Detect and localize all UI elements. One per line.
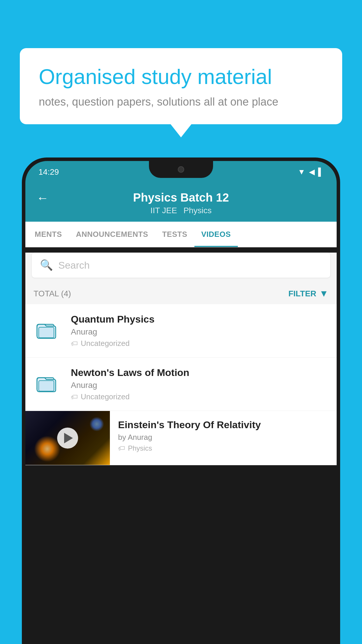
video-tag-label: Uncategorized [81,392,130,401]
tabs-bar: MENTS ANNOUNCEMENTS TESTS VIDEOS [25,222,337,247]
notch [149,161,213,178]
video-author: Anurag [71,381,328,390]
video-title: Einstein's Theory Of Relativity [118,419,328,430]
video-info: Quantum Physics Anurag 🏷 Uncategorized [71,314,328,348]
play-triangle-icon [64,433,73,443]
wifi-icon: ▼ [298,167,305,176]
list-item[interactable]: Newton's Laws of Motion Anurag 🏷 Uncateg… [25,358,337,411]
tab-videos[interactable]: VIDEOS [194,222,238,247]
phone-frame: 14:29 ▼ ◀ ▌ ← Physics Batch 12 IIT JEE P… [22,158,340,644]
video-tag: 🏷 Physics [118,444,328,452]
search-icon: 🔍 [40,259,53,271]
camera-dot [178,166,184,173]
folder-icon [34,316,63,345]
speech-bubble-container: Organised study material notes, question… [20,48,342,124]
folder-icon [34,370,63,399]
video-author: by Anurag [118,433,328,442]
video-thumbnail [25,411,110,465]
bubble-title: Organised study material [39,64,323,89]
video-tag: 🏷 Uncategorized [71,392,328,401]
content-area: 🔍 Search TOTAL (4) FILTER ▼ [25,253,337,465]
video-title: Quantum Physics [71,314,328,325]
filter-label: FILTER [288,289,316,298]
header-title: Physics Batch 12 [133,191,229,204]
tab-ments[interactable]: MENTS [28,222,69,247]
svg-rect-1 [39,327,54,338]
filter-funnel-icon: ▼ [319,288,328,299]
status-icons: ▼ ◀ ▌ [298,167,324,176]
speech-bubble: Organised study material notes, question… [20,48,342,124]
status-time: 14:29 [38,167,59,177]
space-glow-1 [34,436,60,462]
header-tag-iitjee: IIT JEE [150,206,177,215]
tag-icon: 🏷 [118,444,125,452]
tag-icon: 🏷 [71,393,78,401]
list-item[interactable]: Quantum Physics Anurag 🏷 Uncategorized [25,304,337,358]
battery-icon: ▌ [318,167,324,176]
video-list: Quantum Physics Anurag 🏷 Uncategorized [25,304,337,465]
list-item[interactable]: Einstein's Theory Of Relativity by Anura… [25,411,337,465]
header-tag-physics: Physics [183,206,211,215]
status-bar: 14:29 ▼ ◀ ▌ [25,161,337,183]
video-tag: 🏷 Uncategorized [71,339,328,348]
signal-icon: ◀ [309,167,315,176]
tab-tests[interactable]: TESTS [155,222,194,247]
tab-announcements[interactable]: ANNOUNCEMENTS [69,222,155,247]
phone-inner: 14:29 ▼ ◀ ▌ ← Physics Batch 12 IIT JEE P… [25,161,337,644]
svg-rect-3 [39,381,54,391]
search-placeholder: Search [58,260,90,271]
play-button[interactable] [57,428,78,449]
video-author: Anurag [71,327,328,337]
filter-bar: TOTAL (4) FILTER ▼ [25,283,337,304]
filter-button[interactable]: FILTER ▼ [288,288,328,299]
space-glow-2 [89,417,104,431]
video-info: Einstein's Theory Of Relativity by Anura… [110,411,337,459]
video-title: Newton's Laws of Motion [71,367,328,378]
app-header: ← Physics Batch 12 IIT JEE Physics [25,183,337,222]
search-container[interactable]: 🔍 Search [32,253,330,278]
back-arrow-button[interactable]: ← [36,191,49,205]
bubble-subtitle: notes, question papers, solutions all at… [39,96,323,108]
video-tag-label: Physics [128,444,152,452]
video-info: Newton's Laws of Motion Anurag 🏷 Uncateg… [71,367,328,401]
header-tags: IIT JEE Physics [150,206,212,215]
tag-icon: 🏷 [71,340,78,348]
total-count: TOTAL (4) [34,289,71,298]
video-tag-label: Uncategorized [81,339,130,348]
